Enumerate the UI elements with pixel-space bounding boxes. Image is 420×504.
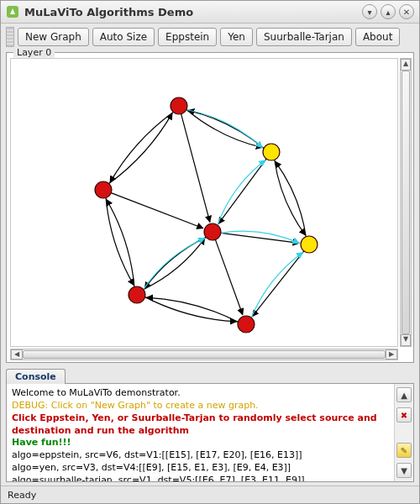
console-body: Welcome to MuLaViTo demonstrator.DEBUG: …	[6, 383, 414, 482]
scroll-down-icon[interactable]: ▼	[401, 334, 411, 346]
console-tool-button[interactable]: ✎	[396, 443, 412, 458]
console-line: Welcome to MuLaViTo demonstrator.	[12, 387, 389, 400]
window-buttons: ▾ ▴ ✕	[362, 4, 414, 19]
graph-node[interactable]	[263, 144, 280, 160]
graph-edge[interactable]	[107, 199, 134, 286]
graph-node[interactable]	[95, 181, 112, 198]
graph-edge[interactable]	[252, 251, 303, 317]
eppstein-button[interactable]: Eppstein	[158, 28, 217, 46]
graph-edge-highlight[interactable]	[144, 239, 205, 290]
status-bar: Ready	[1, 486, 419, 503]
toolbar: New Graph Auto Size Eppstein Yen Suurbal…	[1, 24, 419, 50]
graph-edge-highlight[interactable]	[186, 109, 262, 147]
scroll-left-icon[interactable]: ◀	[11, 349, 23, 360]
console-pane: Console Welcome to MuLaViTo demonstrator…	[6, 366, 414, 482]
graph-edge[interactable]	[181, 114, 210, 223]
graph-viewport[interactable]	[10, 58, 398, 347]
scroll-right-icon[interactable]: ▶	[386, 349, 397, 360]
graph-edge[interactable]	[110, 112, 173, 182]
graph-edge[interactable]	[276, 161, 307, 237]
minimize-button[interactable]: ▾	[362, 4, 377, 19]
graph-edge[interactable]	[144, 237, 206, 288]
console-text[interactable]: Welcome to MuLaViTo demonstrator.DEBUG: …	[7, 384, 394, 481]
console-scroll-up-icon[interactable]: ▲	[396, 387, 412, 402]
console-tabbar: Console	[6, 366, 414, 383]
yen-button[interactable]: Yen	[220, 28, 253, 46]
new-graph-button[interactable]: New Graph	[18, 28, 89, 46]
graph-edge[interactable]	[145, 297, 237, 322]
console-line: algo=yen, src=V3, dst=V4:[[E9], [E15, E1…	[12, 462, 389, 475]
console-line: Have fun!!!	[12, 437, 389, 449]
suurballe-tarjan-button[interactable]: Suurballe-Tarjan	[256, 28, 352, 46]
graph-node[interactable]	[129, 286, 145, 303]
console-line: DEBUG: Click on "New Graph" to create a …	[12, 400, 389, 412]
status-text: Ready	[8, 490, 36, 501]
graph-pane: Layer 0 ▲	[6, 52, 414, 363]
graph-edge[interactable]	[215, 239, 242, 314]
graph-edge[interactable]	[218, 159, 266, 223]
graph-scrollbar-horizontal[interactable]: ◀ ▶	[10, 349, 398, 360]
graph-edge[interactable]	[111, 193, 202, 228]
layer-label: Layer 0	[13, 47, 55, 58]
app-icon	[6, 5, 19, 18]
console-scroll-down-icon[interactable]: ▼	[396, 463, 412, 478]
graph-canvas[interactable]	[11, 59, 397, 346]
graph-scrollbar-vertical[interactable]: ▲ ▼	[400, 58, 412, 347]
console-line: algo=eppstein, src=V6, dst=V1:[[E15], [E…	[12, 449, 389, 462]
graph-node[interactable]	[171, 97, 187, 114]
maximize-button[interactable]: ▴	[381, 4, 396, 19]
console-tab[interactable]: Console	[6, 369, 66, 384]
console-side-toolbar: ▲ ✖ ✎ ▼	[394, 384, 413, 481]
title-bar: MuLaViTo Algorithms Demo ▾ ▴ ✕	[1, 1, 419, 24]
graph-node[interactable]	[204, 223, 221, 240]
toolbar-handle[interactable]	[6, 27, 14, 47]
scroll-up-icon[interactable]: ▲	[401, 59, 411, 71]
app-window: MuLaViTo Algorithms Demo ▾ ▴ ✕ New Graph…	[0, 0, 420, 504]
content-area: Layer 0 ▲	[1, 50, 419, 486]
graph-node[interactable]	[238, 316, 255, 333]
console-line: Click Eppstein, Yen, or Suurballe-Tarjan…	[12, 412, 389, 438]
auto-size-button[interactable]: Auto Size	[92, 28, 155, 46]
graph-edge[interactable]	[147, 297, 239, 322]
console-clear-button[interactable]: ✖	[396, 407, 412, 423]
graph-node[interactable]	[301, 236, 318, 253]
about-button[interactable]: About	[355, 28, 400, 46]
console-line: algo=suurballe-tarjan, src=V1, dst=V5:[[…	[12, 475, 389, 481]
graph-edge[interactable]	[106, 198, 134, 286]
close-button[interactable]: ✕	[399, 4, 414, 19]
window-title: MuLaViTo Algorithms Demo	[24, 6, 357, 18]
graph-edge[interactable]	[275, 160, 306, 235]
graph-edge[interactable]	[144, 239, 205, 290]
graph-edge[interactable]	[188, 110, 264, 148]
graph-edge[interactable]	[186, 109, 262, 147]
graph-edge[interactable]	[109, 113, 172, 184]
